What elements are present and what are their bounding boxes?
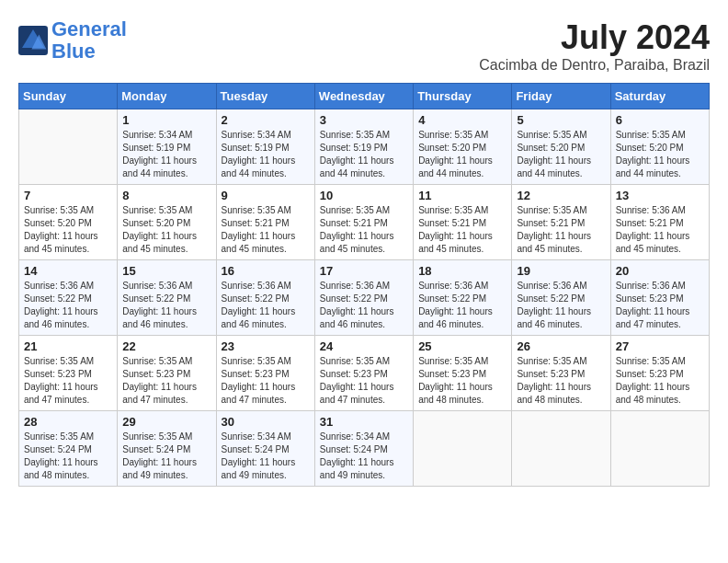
logo-icon: [18, 26, 48, 55]
day-info: Sunrise: 5:36 AM Sunset: 5:23 PM Dayligh…: [616, 280, 704, 331]
day-info: Sunrise: 5:35 AM Sunset: 5:21 PM Dayligh…: [418, 204, 506, 256]
calendar-cell: 5Sunrise: 5:35 AM Sunset: 5:20 PM Daylig…: [512, 109, 610, 185]
day-info: Sunrise: 5:35 AM Sunset: 5:24 PM Dayligh…: [122, 431, 210, 482]
calendar-cell: 1Sunrise: 5:34 AM Sunset: 5:19 PM Daylig…: [118, 109, 216, 185]
col-header-tuesday: Tuesday: [216, 84, 314, 109]
calendar-cell: 18Sunrise: 5:36 AM Sunset: 5:22 PM Dayli…: [414, 260, 512, 336]
week-row-3: 14Sunrise: 5:36 AM Sunset: 5:22 PM Dayli…: [19, 260, 710, 336]
day-number: 26: [517, 339, 605, 353]
calendar-cell: [19, 109, 118, 185]
calendar-cell: 23Sunrise: 5:35 AM Sunset: 5:23 PM Dayli…: [216, 336, 314, 411]
logo: GeneralBlue: [18, 18, 127, 63]
calendar-cell: 3Sunrise: 5:35 AM Sunset: 5:19 PM Daylig…: [314, 109, 413, 185]
day-info: Sunrise: 5:35 AM Sunset: 5:24 PM Dayligh…: [24, 431, 112, 482]
calendar-cell: 31Sunrise: 5:34 AM Sunset: 5:24 PM Dayli…: [314, 411, 413, 487]
calendar-cell: 9Sunrise: 5:35 AM Sunset: 5:21 PM Daylig…: [216, 185, 314, 260]
day-number: 5: [517, 113, 605, 127]
calendar-cell: 15Sunrise: 5:36 AM Sunset: 5:22 PM Dayli…: [118, 260, 216, 336]
calendar-cell: 4Sunrise: 5:35 AM Sunset: 5:20 PM Daylig…: [414, 109, 512, 185]
day-info: Sunrise: 5:34 AM Sunset: 5:19 PM Dayligh…: [122, 129, 210, 180]
month-year: July 2024: [479, 18, 710, 57]
calendar-cell: 17Sunrise: 5:36 AM Sunset: 5:22 PM Dayli…: [314, 260, 413, 336]
day-info: Sunrise: 5:36 AM Sunset: 5:22 PM Dayligh…: [222, 280, 310, 331]
calendar-cell: 16Sunrise: 5:36 AM Sunset: 5:22 PM Dayli…: [216, 260, 314, 336]
calendar-cell: 24Sunrise: 5:35 AM Sunset: 5:23 PM Dayli…: [314, 336, 413, 411]
col-header-thursday: Thursday: [414, 84, 512, 109]
week-row-4: 21Sunrise: 5:35 AM Sunset: 5:23 PM Dayli…: [19, 336, 710, 411]
day-info: Sunrise: 5:36 AM Sunset: 5:22 PM Dayligh…: [24, 280, 112, 331]
header-row: SundayMondayTuesdayWednesdayThursdayFrid…: [19, 84, 710, 109]
calendar-cell: 19Sunrise: 5:36 AM Sunset: 5:22 PM Dayli…: [512, 260, 610, 336]
day-info: Sunrise: 5:35 AM Sunset: 5:23 PM Dayligh…: [616, 355, 704, 407]
page-header: GeneralBlue July 2024 Cacimba de Dentro,…: [18, 18, 710, 74]
day-info: Sunrise: 5:34 AM Sunset: 5:19 PM Dayligh…: [222, 129, 310, 180]
day-number: 20: [616, 264, 704, 278]
week-row-5: 28Sunrise: 5:35 AM Sunset: 5:24 PM Dayli…: [19, 411, 710, 487]
day-info: Sunrise: 5:35 AM Sunset: 5:21 PM Dayligh…: [222, 204, 310, 256]
calendar-cell: 6Sunrise: 5:35 AM Sunset: 5:20 PM Daylig…: [610, 109, 709, 185]
calendar-table: SundayMondayTuesdayWednesdayThursdayFrid…: [18, 83, 710, 487]
week-row-2: 7Sunrise: 5:35 AM Sunset: 5:20 PM Daylig…: [19, 185, 710, 260]
day-info: Sunrise: 5:35 AM Sunset: 5:21 PM Dayligh…: [320, 204, 408, 256]
calendar-cell: 11Sunrise: 5:35 AM Sunset: 5:21 PM Dayli…: [414, 185, 512, 260]
day-number: 21: [24, 339, 112, 353]
day-info: Sunrise: 5:35 AM Sunset: 5:23 PM Dayligh…: [222, 355, 310, 407]
calendar-cell: 27Sunrise: 5:35 AM Sunset: 5:23 PM Dayli…: [610, 336, 709, 411]
day-number: 6: [616, 113, 704, 127]
calendar-cell: [610, 411, 709, 487]
calendar-cell: [414, 411, 512, 487]
col-header-monday: Monday: [118, 84, 216, 109]
day-info: Sunrise: 5:36 AM Sunset: 5:22 PM Dayligh…: [418, 280, 506, 331]
day-number: 4: [418, 113, 506, 127]
day-info: Sunrise: 5:35 AM Sunset: 5:21 PM Dayligh…: [517, 204, 605, 256]
day-info: Sunrise: 5:36 AM Sunset: 5:22 PM Dayligh…: [517, 280, 605, 331]
col-header-sunday: Sunday: [19, 84, 118, 109]
title-block: July 2024 Cacimba de Dentro, Paraiba, Br…: [479, 18, 710, 74]
col-header-friday: Friday: [512, 84, 610, 109]
calendar-cell: 28Sunrise: 5:35 AM Sunset: 5:24 PM Dayli…: [19, 411, 118, 487]
day-number: 27: [616, 339, 704, 353]
day-number: 1: [122, 113, 210, 127]
day-number: 22: [122, 339, 210, 353]
calendar-cell: 22Sunrise: 5:35 AM Sunset: 5:23 PM Dayli…: [118, 336, 216, 411]
day-info: Sunrise: 5:35 AM Sunset: 5:20 PM Dayligh…: [122, 204, 210, 256]
day-number: 29: [122, 415, 210, 429]
calendar-cell: 13Sunrise: 5:36 AM Sunset: 5:21 PM Dayli…: [610, 185, 709, 260]
calendar-cell: 29Sunrise: 5:35 AM Sunset: 5:24 PM Dayli…: [118, 411, 216, 487]
day-number: 10: [320, 189, 408, 202]
day-number: 12: [517, 189, 605, 202]
calendar-cell: 14Sunrise: 5:36 AM Sunset: 5:22 PM Dayli…: [19, 260, 118, 336]
day-number: 16: [222, 264, 310, 278]
day-number: 23: [222, 339, 310, 353]
day-info: Sunrise: 5:35 AM Sunset: 5:23 PM Dayligh…: [418, 355, 506, 407]
day-info: Sunrise: 5:35 AM Sunset: 5:20 PM Dayligh…: [24, 204, 112, 256]
col-header-wednesday: Wednesday: [314, 84, 413, 109]
location: Cacimba de Dentro, Paraiba, Brazil: [479, 57, 710, 74]
day-number: 13: [616, 189, 704, 202]
week-row-1: 1Sunrise: 5:34 AM Sunset: 5:19 PM Daylig…: [19, 109, 710, 185]
day-number: 7: [24, 189, 112, 202]
day-info: Sunrise: 5:36 AM Sunset: 5:21 PM Dayligh…: [616, 204, 704, 256]
day-number: 31: [320, 415, 408, 429]
day-number: 9: [222, 189, 310, 202]
day-info: Sunrise: 5:35 AM Sunset: 5:23 PM Dayligh…: [320, 355, 408, 407]
day-info: Sunrise: 5:36 AM Sunset: 5:22 PM Dayligh…: [320, 280, 408, 331]
calendar-cell: 30Sunrise: 5:34 AM Sunset: 5:24 PM Dayli…: [216, 411, 314, 487]
day-number: 18: [418, 264, 506, 278]
day-number: 2: [222, 113, 310, 127]
day-number: 3: [320, 113, 408, 127]
calendar-cell: [512, 411, 610, 487]
day-number: 8: [122, 189, 210, 202]
day-number: 28: [24, 415, 112, 429]
calendar-cell: 26Sunrise: 5:35 AM Sunset: 5:23 PM Dayli…: [512, 336, 610, 411]
day-number: 30: [222, 415, 310, 429]
day-info: Sunrise: 5:36 AM Sunset: 5:22 PM Dayligh…: [122, 280, 210, 331]
calendar-cell: 25Sunrise: 5:35 AM Sunset: 5:23 PM Dayli…: [414, 336, 512, 411]
day-info: Sunrise: 5:35 AM Sunset: 5:20 PM Dayligh…: [517, 129, 605, 180]
day-info: Sunrise: 5:34 AM Sunset: 5:24 PM Dayligh…: [320, 431, 408, 482]
day-number: 24: [320, 339, 408, 353]
day-number: 14: [24, 264, 112, 278]
day-number: 15: [122, 264, 210, 278]
day-info: Sunrise: 5:35 AM Sunset: 5:23 PM Dayligh…: [517, 355, 605, 407]
col-header-saturday: Saturday: [610, 84, 709, 109]
